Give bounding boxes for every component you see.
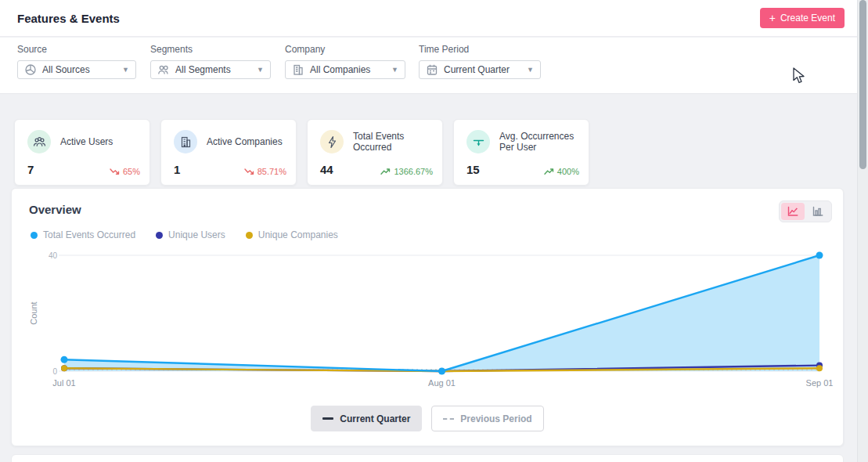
overview-card: Overview Total Events Occurred Unique Us…	[11, 188, 844, 446]
create-event-button[interactable]: + Create Event	[760, 8, 845, 28]
bar-chart-icon	[812, 205, 824, 218]
trend-badge: 65%	[110, 167, 140, 176]
chevron-down-icon: ▼	[527, 66, 534, 74]
company-dropdown[interactable]: All Companies ▼	[285, 60, 405, 79]
line-chart-toggle-button[interactable]	[781, 203, 805, 220]
segments-icon	[157, 63, 170, 76]
legend-unique-users[interactable]: Unique Users	[156, 229, 225, 240]
top-bar: Features & Events + Create Event	[0, 0, 857, 37]
legend-unique-companies[interactable]: Unique Companies	[246, 229, 338, 240]
stat-label: Total Events Occurred	[353, 131, 431, 153]
svg-text:40: 40	[49, 251, 58, 260]
dashed-dash-icon	[443, 418, 454, 420]
company-value: All Companies	[310, 64, 386, 75]
time-period-label: Time Period	[419, 44, 541, 55]
overview-title: Overview	[29, 203, 81, 216]
source-icon	[24, 63, 37, 76]
trend-up-icon	[380, 168, 391, 175]
previous-period-button[interactable]: Previous Period	[431, 406, 543, 431]
svg-text:Count: Count	[29, 301, 38, 324]
svg-text:0: 0	[52, 367, 57, 376]
users-icon	[27, 130, 51, 153]
svg-text:Sep 01: Sep 01	[806, 378, 834, 388]
stat-label: Avg. Occurrences Per User	[499, 131, 578, 153]
chevron-down-icon: ▼	[122, 66, 129, 74]
legend-dot-blue	[31, 232, 38, 239]
stat-value: 44	[320, 163, 333, 176]
solid-dash-icon	[322, 417, 333, 420]
calendar-icon	[426, 63, 438, 76]
filter-bar: Source All Sources ▼ Segments All Segmen…	[0, 38, 857, 94]
stat-value: 15	[466, 163, 480, 176]
legend-total-events[interactable]: Total Events Occurred	[31, 229, 135, 240]
overview-area-chart[interactable]: 040Jul 01Aug 01Sep 01Count	[12, 240, 843, 397]
stat-value: 1	[174, 163, 180, 176]
scrollbar-thumb[interactable]	[859, 0, 866, 169]
plus-icon: +	[769, 13, 776, 23]
next-section-card	[11, 454, 844, 462]
stat-card-active-companies: Active Companies 1 85.71%	[160, 119, 297, 186]
trend-up-icon	[544, 168, 554, 175]
legend-dot-gold	[246, 232, 253, 239]
time-period-value: Current Quarter	[444, 64, 521, 75]
source-value: All Sources	[42, 64, 117, 75]
stat-label: Active Companies	[207, 136, 283, 147]
stat-card-total-events: Total Events Occurred 44 1366.67%	[307, 119, 443, 186]
stat-card-active-users: Active Users 7 65%	[14, 119, 150, 186]
svg-text:Jul 01: Jul 01	[52, 378, 75, 388]
trend-down-icon	[244, 168, 254, 175]
segments-label: Segments	[150, 44, 271, 55]
period-buttons: Current Quarter Previous Period	[12, 406, 843, 431]
legend-dot-indigo	[156, 232, 163, 239]
time-period-dropdown[interactable]: Current Quarter ▼	[419, 60, 541, 79]
bar-chart-toggle-button[interactable]	[806, 203, 830, 220]
create-event-label: Create Event	[780, 13, 835, 23]
chevron-down-icon: ▼	[257, 66, 264, 74]
company-label: Company	[285, 44, 405, 55]
segments-value: All Segments	[175, 64, 251, 75]
filter-segments: Segments All Segments ▼	[150, 44, 271, 79]
segments-dropdown[interactable]: All Segments ▼	[150, 60, 271, 79]
chevron-down-icon: ▼	[391, 66, 398, 74]
average-icon	[466, 130, 490, 153]
building-icon	[174, 130, 197, 153]
line-chart-icon	[787, 205, 799, 218]
filter-source: Source All Sources ▼	[17, 44, 136, 79]
page-title: Features & Events	[17, 12, 120, 25]
chart-type-toggle	[779, 200, 832, 222]
stat-card-avg-occurrences: Avg. Occurrences Per User 15 400%	[453, 119, 589, 186]
source-label: Source	[17, 44, 136, 55]
chart-legend: Total Events Occurred Unique Users Uniqu…	[31, 229, 338, 240]
company-icon	[292, 63, 304, 76]
trend-badge: 400%	[544, 167, 579, 176]
filter-time-period: Time Period Current Quarter ▼	[419, 44, 541, 79]
trend-down-icon	[110, 168, 120, 175]
svg-text:Aug 01: Aug 01	[428, 378, 456, 388]
scrollbar-track[interactable]	[857, 0, 868, 462]
current-quarter-button[interactable]: Current Quarter	[311, 406, 422, 431]
lightning-icon	[320, 130, 344, 153]
filter-company: Company All Companies ▼	[285, 44, 405, 79]
trend-badge: 1366.67%	[380, 167, 433, 176]
trend-badge: 85.71%	[244, 167, 286, 176]
source-dropdown[interactable]: All Sources ▼	[17, 60, 136, 79]
stat-value: 7	[27, 163, 34, 176]
stat-label: Active Users	[60, 136, 113, 147]
